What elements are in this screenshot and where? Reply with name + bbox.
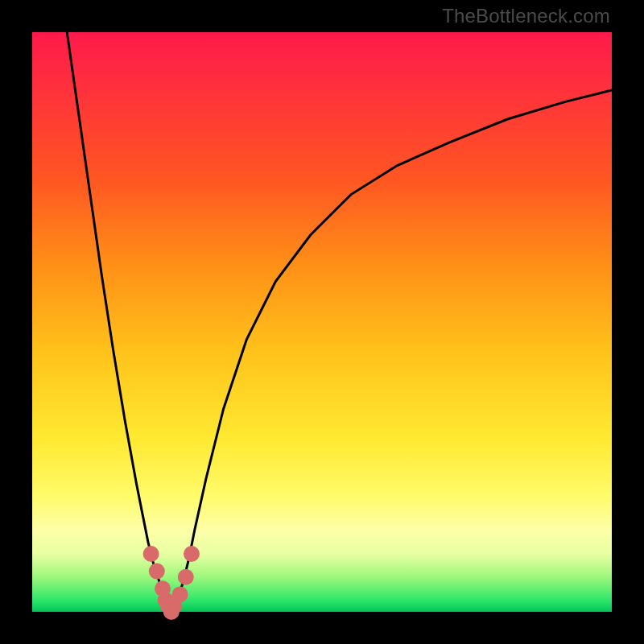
marker-dot — [172, 586, 188, 602]
marker-dot — [184, 546, 200, 562]
outer-frame: TheBottleneck.com — [0, 0, 644, 644]
watermark-text: TheBottleneck.com — [442, 5, 610, 27]
marker-dot — [178, 569, 194, 585]
curve-right — [171, 90, 612, 612]
marker-dot — [149, 564, 165, 580]
plot-area — [32, 32, 612, 612]
marker-dot — [143, 546, 159, 562]
curve-layer — [32, 32, 612, 612]
marker-group — [143, 546, 200, 620]
curve-left — [67, 32, 171, 612]
